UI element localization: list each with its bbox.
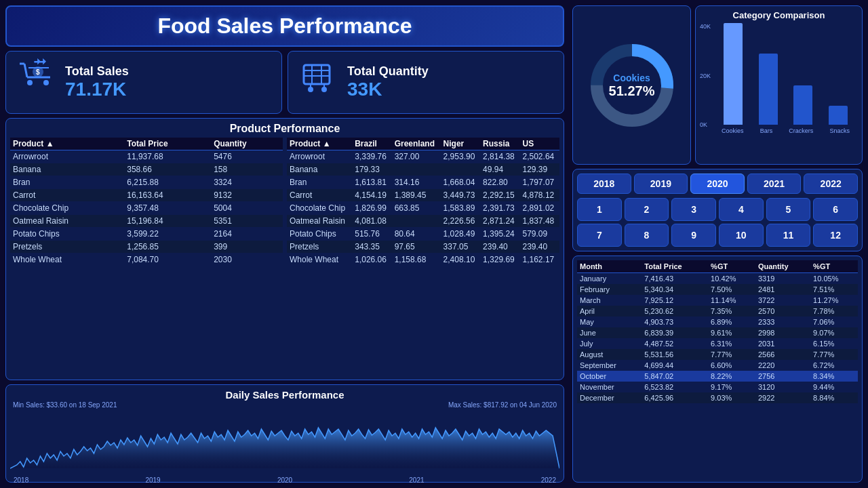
col-product2: Product ▲: [287, 138, 352, 150]
month-2[interactable]: 2: [625, 198, 669, 221]
svg-text:$: $: [36, 68, 40, 76]
month-3[interactable]: 3: [671, 198, 716, 221]
monthly-table: Month Total Price %GT Quantity %GT Janua…: [577, 260, 858, 403]
y-40k: 40K: [700, 23, 711, 30]
donut-label: Cookies: [609, 72, 655, 83]
table-row: Pretzels1,256.85399: [10, 241, 283, 253]
table-row: Chocolate Chip1,826.99663.851,583.892,39…: [287, 202, 559, 215]
monthly-row: October5,847.028.22%27568.34%: [577, 371, 858, 382]
year-tab-2021[interactable]: 2021: [747, 174, 802, 194]
bar-snacks: [829, 106, 848, 125]
monthly-row: May4,903.736.89%23337.06%: [577, 317, 858, 327]
col-us: US: [520, 138, 559, 150]
dashboard-title: Food Sales Performance: [14, 14, 556, 39]
year-tabs: 2018 2019 2020 2021 2022: [577, 174, 858, 194]
monthly-row: April5,230.627.35%25707.78%: [577, 306, 858, 317]
cart-sales-icon: $: [16, 58, 57, 106]
x-label-2022: 2022: [541, 476, 556, 484]
bar-chart-inner: Cookies Bars Crackers Snacks: [713, 23, 858, 142]
sales-label: Total Sales: [65, 64, 129, 79]
table-row: Arrowroot3,339.76327.002,953.902,814.382…: [287, 150, 559, 163]
min-sales-label: Min Sales: $33.60 on 18 Sep 2021: [13, 401, 117, 409]
monthly-col-qty: Quantity: [755, 260, 810, 273]
category-chart-card: Category Comparison 40K 20K 0K: [695, 5, 863, 165]
y-axis: 40K 20K 0K: [700, 23, 713, 128]
kpi-row: $ Total Sales 71.17K: [5, 51, 564, 114]
monthly-table-card: Month Total Price %GT Quantity %GT Janua…: [572, 256, 863, 483]
bar-bars-rect: [759, 54, 778, 125]
donut-center: Cookies 51.27%: [609, 72, 655, 98]
year-tab-2019[interactable]: 2019: [634, 174, 688, 194]
table-row: Potato Chips3,599.222164: [10, 228, 283, 241]
month-5[interactable]: 5: [766, 198, 811, 221]
table-row: Pretzels343.3597.65337.05239.40239.40: [287, 241, 559, 253]
monthly-row: November6,523.829.17%31209.44%: [577, 382, 858, 392]
monthly-row: January7,416.4310.42%331910.05%: [577, 273, 858, 285]
svg-rect-8: [304, 65, 330, 84]
monthly-row: August5,531.567.77%25667.77%: [577, 349, 858, 360]
month-8[interactable]: 8: [625, 224, 669, 247]
sparkline-area: [10, 421, 559, 475]
month-4[interactable]: 4: [719, 198, 764, 221]
table-row: Carrot16,163.649132: [10, 189, 283, 202]
bar-snacks-rect: [829, 106, 848, 125]
table-row: Arrowroot11,937.685476: [10, 150, 283, 163]
sales-value: 71.17K: [65, 79, 129, 100]
top-right: Cookies 51.27% Category Comparison 40K 2…: [572, 5, 863, 165]
month-7[interactable]: 7: [577, 224, 622, 247]
monthly-row: September4,699.446.60%22206.72%: [577, 360, 858, 371]
monthly-row: December6,425.969.03%29228.84%: [577, 392, 858, 403]
table-row: Banana358.66158: [10, 163, 283, 176]
svg-point-4: [27, 80, 33, 85]
month-11[interactable]: 11: [766, 224, 811, 247]
bar-crackers-rect: [793, 85, 812, 125]
x-label-2021: 2021: [409, 476, 424, 484]
x-label-2020: 2020: [277, 476, 292, 484]
left-panel: Food Sales Performance $: [0, 0, 570, 488]
right-panel: Cookies 51.27% Category Comparison 40K 2…: [570, 0, 868, 488]
year-tab-2020[interactable]: 2020: [690, 174, 745, 194]
y-0k: 0K: [700, 121, 711, 128]
month-9[interactable]: 9: [671, 224, 716, 247]
quantity-label: Total Quantity: [347, 64, 429, 79]
daily-title: Daily Sales Performance: [10, 389, 559, 401]
tables-row: Product ▲ Total Price Quantity Arrowroot…: [10, 138, 559, 266]
x-axis-labels: 2018 2019 2020 2021 2022: [10, 476, 559, 484]
month-12[interactable]: 12: [813, 224, 858, 247]
bar-chart-container: 40K 20K 0K: [700, 23, 858, 142]
month-grid: 1 2 3 4 5 6 7 8 9 10 11 12: [577, 198, 858, 247]
daily-section: Daily Sales Performance Min Sales: $33.6…: [5, 384, 564, 483]
bar-group: [713, 23, 858, 125]
year-tab-2018[interactable]: 2018: [577, 174, 631, 194]
col-qty1: Quantity: [211, 138, 283, 150]
total-quantity-card: Total Quantity 33K: [288, 51, 564, 114]
month-1[interactable]: 1: [577, 198, 622, 221]
month-6[interactable]: 6: [813, 198, 858, 221]
y-20k: 20K: [700, 73, 711, 79]
sales-content: Total Sales 71.17K: [65, 64, 129, 100]
bar-label-bars: Bars: [760, 127, 773, 134]
bar-bars: [759, 54, 778, 125]
donut-wrapper: Cookies 51.27%: [588, 41, 676, 129]
table-row: Oatmeal Raisin4,081.082,226.562,871.241,…: [287, 215, 559, 228]
month-10[interactable]: 10: [719, 224, 764, 247]
donut-percentage: 51.27%: [609, 83, 655, 98]
quantity-value: 33K: [347, 79, 429, 100]
product-table1: Product ▲ Total Price Quantity Arrowroot…: [10, 138, 283, 266]
product-title: Product Performance: [10, 123, 559, 135]
bar-label-cookies: Cookies: [722, 127, 744, 134]
year-tab-2022[interactable]: 2022: [804, 174, 858, 194]
table-row: Bran1,613.81314.161,668.04822.801,797.07: [287, 176, 559, 189]
col-russia: Russia: [480, 138, 519, 150]
monthly-col-pgt1: %GT: [708, 260, 755, 273]
x-label-2019: 2019: [145, 476, 160, 484]
bar-cookies: [724, 23, 743, 125]
product-table2: Product ▲ Brazil Greenland Niger Russia …: [287, 138, 559, 266]
table-row: Oatmeal Raisin15,196.845351: [10, 215, 283, 228]
product-section: Product Performance Product ▲ Total Pric…: [5, 118, 564, 380]
bar-label-snacks: Snacks: [829, 127, 850, 134]
max-sales-label: Max Sales: $817.92 on 04 Jun 2020: [448, 401, 557, 409]
col-niger: Niger: [441, 138, 480, 150]
donut-card: Cookies 51.27%: [572, 5, 691, 165]
bar-x-labels: Cookies Bars Crackers Snacks: [713, 127, 858, 134]
